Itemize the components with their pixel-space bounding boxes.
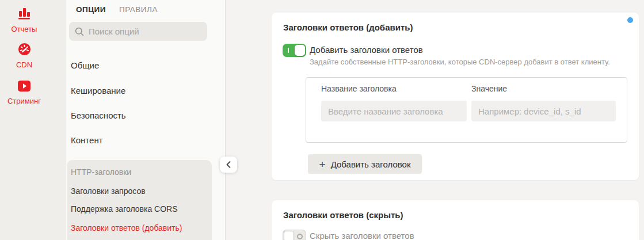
rail-item-reports[interactable]: Отчеты — [0, 6, 48, 33]
play-icon — [17, 80, 31, 94]
toggle-knob — [284, 231, 294, 240]
sidebar-item-content[interactable]: Контент — [71, 133, 215, 147]
search-icon — [75, 27, 84, 36]
header-value-input[interactable] — [471, 101, 616, 121]
bar-chart-icon — [17, 6, 31, 22]
add-response-headers-toggle[interactable] — [283, 44, 306, 57]
rail-item-label: Стриминг — [7, 97, 41, 105]
add-header-button-label: Добавить заголовок — [331, 159, 411, 169]
card-title: Заголовки ответов (добавить) — [283, 22, 413, 32]
rail-item-label: CDN — [16, 60, 32, 69]
collapse-panel-button[interactable] — [220, 157, 237, 173]
header-entry-form: Название заголовка Значение — [306, 77, 627, 143]
search-input[interactable] — [89, 26, 203, 36]
sidebar-item-security[interactable]: Безопасность — [71, 108, 215, 122]
sidebar-item-request-headers[interactable]: Заголовки запросов — [71, 186, 208, 198]
add-header-button[interactable]: + Добавить заголовок — [308, 154, 422, 174]
group-title: HTTP-заголовки — [71, 167, 131, 177]
tab-rules[interactable]: ПРАВИЛА — [119, 5, 158, 14]
sidebar-item-caching[interactable]: Кеширование — [71, 83, 215, 97]
toggle-label: Скрыть заголовки ответов — [310, 231, 414, 240]
chevron-left-icon — [226, 161, 231, 169]
rail-item-cdn[interactable]: CDN — [0, 43, 48, 69]
options-search — [69, 22, 207, 41]
toggle-knob — [295, 45, 305, 56]
rail-item-streaming[interactable]: Стриминг — [0, 80, 48, 105]
plus-icon: + — [319, 159, 326, 170]
header-value-label: Значение — [471, 84, 507, 93]
sidebar-item-response-headers-add[interactable]: Заголовки ответов (добавить) — [71, 223, 208, 235]
card-response-headers-add: Заголовки ответов (добавить) Добавить за… — [272, 13, 639, 180]
rail-item-label: Отчеты — [12, 25, 37, 33]
toggle-label: Добавить заголовки ответов — [310, 45, 423, 55]
toggle-off-mark — [297, 234, 303, 239]
speedometer-icon — [18, 43, 31, 58]
http-headers-group: HTTP-заголовки Заголовки запросов Поддер… — [67, 160, 212, 240]
hide-response-headers-toggle[interactable] — [283, 230, 306, 240]
toggle-description: Задайте собственные HTTP-заголовки, кото… — [310, 58, 610, 66]
icon-rail: Отчеты CDN Стриминг — [0, 0, 66, 240]
toggle-on-mark — [288, 48, 289, 53]
sidebar-item-cors-support[interactable]: Поддержка заголовка CORS — [71, 204, 208, 216]
header-name-label: Название заголовка — [321, 84, 397, 93]
tab-options[interactable]: ОПЦИИ — [76, 5, 106, 14]
options-panel: ОПЦИИ ПРАВИЛА Общие Кеширование Безопасн… — [66, 0, 226, 240]
card-title: Заголовки ответов (скрыть) — [283, 210, 403, 220]
changed-indicator-dot — [627, 17, 633, 23]
header-name-input[interactable] — [321, 101, 467, 121]
sidebar-item-general[interactable]: Общие — [71, 58, 215, 72]
card-response-headers-hide: Заголовки ответов (скрыть) Скрыть заголо… — [272, 200, 639, 240]
